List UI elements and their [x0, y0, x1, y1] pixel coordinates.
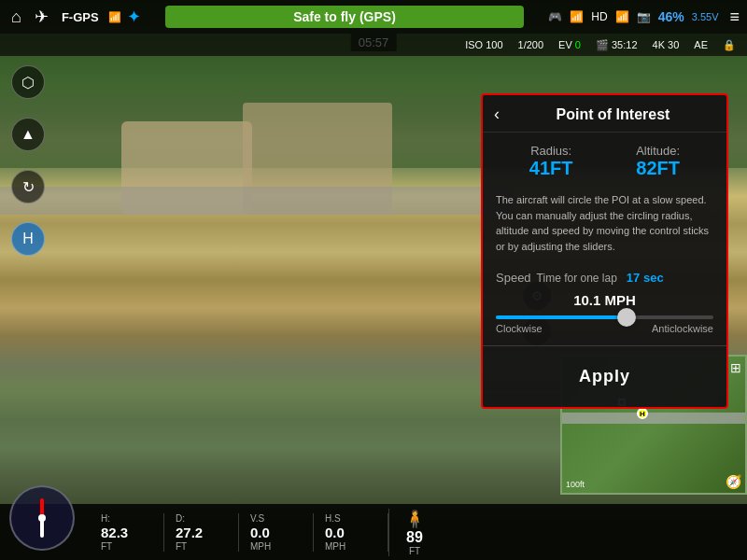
hs-label: H.S	[325, 513, 341, 525]
vs-value: 0.0	[250, 525, 270, 541]
battery-voltage: 3.55V	[692, 11, 719, 22]
slider-track[interactable]	[496, 315, 713, 319]
info-bar: ISO 100 1/200 EV 0 🎬 35:12 4K 30 AE 🔒	[0, 34, 747, 56]
iso-label: ISO 100	[465, 39, 502, 50]
alt-value: 89	[406, 529, 423, 546]
record-time: 🎬 35:12	[596, 39, 638, 51]
slider-thumb[interactable]	[617, 308, 636, 327]
poi-altitude-label: Altitude:	[636, 144, 680, 158]
slider-labels: Clockwise Anticlockwise	[496, 319, 713, 338]
poi-separator	[483, 345, 726, 346]
poi-panel: ‹ Point of Interest Radius: 41FT Altitud…	[481, 93, 728, 409]
home-icon[interactable]: ⌂	[7, 7, 25, 27]
alt-unit: FT	[409, 546, 420, 556]
ev-display: EV 0	[558, 39, 581, 50]
poi-time-value: 17 sec	[627, 271, 664, 285]
remote-signal: 📶	[570, 10, 584, 23]
sidebar-btn-orbit[interactable]: ↻	[11, 170, 45, 203]
resolution-fps: 4K 30	[653, 39, 680, 50]
d-unit: FT	[176, 541, 187, 552]
road	[0, 187, 514, 215]
vs-label: V.S	[250, 513, 264, 525]
hd-label: HD	[591, 10, 607, 23]
poi-header: ‹ Point of Interest	[483, 95, 726, 133]
d-value: 27.2	[176, 525, 203, 541]
distance-metric: D: 27.2 FT	[164, 513, 239, 552]
h-label: H:	[101, 513, 110, 525]
height-metric: H: 82.3 FT	[90, 513, 164, 552]
compass-needle-south	[40, 517, 44, 538]
altitude-display: 🧍 89 FT	[388, 509, 440, 556]
poi-time-label: Time for one lap	[537, 272, 617, 285]
poi-speed-label: Speed	[496, 271, 531, 285]
mini-map-road	[562, 413, 745, 424]
poi-description: The aircraft will circle the POI at a sl…	[483, 185, 726, 261]
poi-radius-metric: Radius: 41FT	[529, 144, 573, 179]
compass-inner	[19, 495, 65, 541]
bottom-bar: H: 82.3 FT D: 27.2 FT V.S 0.0 MPH H.S 0.…	[0, 504, 747, 560]
mini-map-scale: 100ft	[566, 480, 585, 489]
direction-left-label: Clockwise	[496, 323, 543, 334]
shutter-speed: 1/200	[518, 39, 544, 50]
poi-altitude-value: 82FT	[636, 158, 680, 179]
gps-mode-label: F-GPS	[58, 10, 103, 24]
remote-icon: 🎮	[548, 10, 562, 23]
mini-map-home-marker: H	[637, 408, 648, 419]
sidebar-btn-home[interactable]: H	[11, 222, 45, 256]
compass-icon: ✦	[127, 7, 141, 27]
safe-to-fly-status: Safe to fly (GPS)	[165, 6, 525, 28]
signal-bars-icon: 📶	[108, 11, 121, 23]
poi-speed-row: Speed Time for one lap 17 sec	[483, 261, 726, 288]
mini-map-expand-icon[interactable]: ⊞	[730, 360, 741, 375]
horizontal-speed-metric: H.S 0.0 MPH	[314, 513, 388, 552]
poi-metrics-row: Radius: 41FT Altitude: 82FT	[483, 133, 726, 185]
poi-title: Point of Interest	[511, 106, 715, 123]
d-label: D:	[176, 513, 185, 525]
poi-speed-display: 10.1 MPH	[483, 288, 726, 315]
slider-fill	[496, 315, 627, 319]
apply-button[interactable]: Apply	[483, 350, 726, 403]
vertical-speed-metric: V.S 0.0 MPH	[239, 513, 314, 552]
video-record-icon: 📷	[637, 10, 651, 23]
poi-radius-label: Radius:	[529, 144, 573, 158]
poi-radius-value: 41FT	[529, 158, 573, 179]
h-unit: FT	[101, 541, 112, 552]
ae-label: AE	[694, 39, 708, 50]
speed-slider[interactable]: Clockwise Anticlockwise	[483, 315, 726, 338]
menu-icon[interactable]: ≡	[729, 7, 740, 27]
video-signal: 📶	[615, 10, 629, 23]
person-altitude-icon: 🧍	[404, 509, 425, 529]
compass	[9, 485, 75, 551]
vs-unit: MPH	[250, 541, 271, 552]
drone-icon: ✈	[31, 7, 52, 27]
left-sidebar: ⬡ ▲ ↻ H	[11, 65, 45, 256]
poi-back-button[interactable]: ‹	[494, 105, 500, 124]
poi-altitude-metric: Altitude: 82FT	[636, 144, 680, 179]
direction-right-label: Anticlockwise	[652, 323, 713, 334]
h-value: 82.3	[101, 525, 128, 541]
top-bar-right: 🎮 📶 HD 📶 📷 46% 3.55V ≡	[548, 7, 740, 27]
sidebar-btn-obstacle[interactable]: ⬡	[11, 65, 45, 99]
battery-percentage: 46%	[658, 9, 684, 24]
top-bar: ⌂ ✈ F-GPS 📶 ✦ Safe to fly (GPS) 🎮 📶 HD 📶…	[0, 0, 747, 34]
hs-value: 0.0	[325, 525, 345, 541]
mini-map-compass-icon: 🧭	[726, 474, 741, 489]
sidebar-btn-navigation[interactable]: ▲	[11, 118, 45, 151]
lock-icon: 🔒	[723, 39, 736, 51]
hs-unit: MPH	[325, 541, 345, 552]
